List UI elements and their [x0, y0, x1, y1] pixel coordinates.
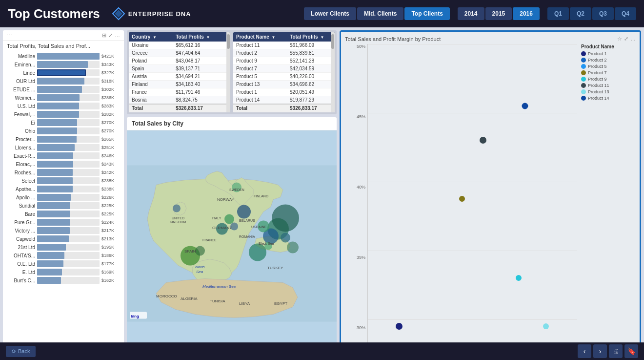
expand-icon[interactable]: ⤢ — [108, 32, 113, 39]
bar-fill — [37, 111, 79, 118]
product-table-scrollbar[interactable] — [331, 32, 335, 112]
year-2016-btn[interactable]: 2016 — [513, 7, 540, 20]
table-row[interactable]: France$11,791.46 — [129, 88, 230, 96]
bar-item[interactable]: Weimei... $286K — [7, 94, 120, 101]
city-bubble — [237, 205, 251, 219]
more-icon-scatter[interactable]: … — [630, 36, 636, 42]
bar-item[interactable]: E. Ltd $169K — [7, 269, 120, 275]
bar-fill — [37, 161, 73, 168]
bar-item[interactable]: ETUDE ... $302K — [7, 86, 120, 93]
scatter-dot[interactable] — [543, 323, 549, 329]
bar-item[interactable]: Apollo ... $226K — [7, 194, 120, 201]
next-page-btn[interactable]: › — [593, 344, 607, 358]
bar-item[interactable]: Exact-R... $246K — [7, 152, 120, 159]
bar-item[interactable]: Burt's C... $162K — [7, 277, 120, 284]
scatter-dot[interactable] — [516, 275, 522, 281]
bar-item[interactable]: Ohio $270K — [7, 127, 120, 134]
top-clients-btn[interactable]: Top Clients — [404, 7, 449, 20]
q3-btn[interactable]: Q3 — [592, 7, 614, 20]
product-profit-cell: $34,696.62 — [287, 81, 335, 88]
bar-item[interactable]: Ei $270K — [7, 119, 120, 126]
bar-item[interactable]: Elorac,... $243K — [7, 161, 120, 168]
bar-fill — [37, 194, 71, 201]
scatter-dot[interactable] — [396, 323, 402, 330]
bookmark-btn[interactable]: 🔖 — [624, 344, 638, 358]
svg-text:Mediterranean Sea: Mediterranean Sea — [202, 284, 236, 289]
table-row[interactable]: Product 1$20,051.49 — [233, 88, 335, 96]
table-row[interactable]: Product 13$34,696.62 — [233, 81, 335, 88]
svg-text:SWEDEN: SWEDEN — [229, 188, 244, 191]
table-row[interactable]: Product 9$52,141.28 — [233, 57, 335, 65]
bar-label: Apothe... — [7, 187, 35, 192]
table-row[interactable]: Product 11$61,966.09 — [233, 42, 335, 49]
bar-track — [37, 136, 100, 143]
legend-label: Product 14 — [588, 96, 609, 101]
bar-item[interactable]: Medline $421K — [7, 53, 120, 60]
legend-label: Product 1 — [588, 51, 607, 56]
scatter-dot[interactable] — [522, 103, 528, 109]
expand-icon-scatter[interactable]: ⤢ — [624, 36, 628, 42]
mid-clients-btn[interactable]: Mid. Clients — [357, 7, 403, 20]
table-row[interactable]: Greece$47,404.64 — [129, 49, 230, 57]
bar-item[interactable]: Roches... $242K — [7, 169, 120, 176]
product-profit-cell: $55,839.81 — [287, 49, 335, 57]
bar-label: ETUDE ... — [7, 87, 35, 92]
table-row[interactable]: Product 5$40,226.00 — [233, 73, 335, 81]
bar-item[interactable]: Eminen... $343K — [7, 61, 120, 68]
bar-item[interactable]: Sundial $225K — [7, 202, 120, 209]
bar-item[interactable]: Victory ... $217K — [7, 227, 120, 234]
print-btn[interactable]: 🖨 — [609, 344, 623, 358]
map-content[interactable]: NORWAY SWEDEN FINLAND UNITEDKINGDOM GERM… — [127, 130, 337, 357]
bar-item[interactable]: Select $238K — [7, 177, 120, 184]
year-2015-btn[interactable]: 2015 — [485, 7, 512, 20]
table-row[interactable]: Finland$34,183.40 — [129, 81, 230, 88]
bar-track — [37, 177, 100, 184]
scatter-plot — [367, 44, 577, 360]
table-row[interactable]: Product 2$55,839.81 — [233, 49, 335, 57]
logo-area: ENTERPRISE DNA — [112, 7, 191, 21]
bar-item[interactable]: OUR Ltd $318K — [7, 78, 120, 85]
bar-item[interactable]: Bare $225K — [7, 211, 120, 217]
bar-item[interactable]: Procter... $265K — [7, 136, 120, 143]
table-row[interactable]: Spain$39,137.71 — [129, 65, 230, 73]
bar-item[interactable]: U.S. Ltd $283K — [7, 103, 120, 109]
back-button[interactable]: ⟳ Back — [6, 346, 36, 357]
table-row[interactable]: Product 14$19,877.29 — [233, 96, 335, 105]
table-row[interactable]: Product 7$42,034.59 — [233, 65, 335, 73]
bar-item[interactable]: Llorens... $251K — [7, 144, 120, 151]
total-label: Total — [129, 104, 173, 112]
more-icon[interactable]: … — [115, 32, 120, 39]
bar-item[interactable]: Fenwal,... $282K — [7, 111, 120, 118]
bar-item[interactable]: Apothe... $238K — [7, 186, 120, 192]
table-row[interactable]: Austria$34,694.21 — [129, 73, 230, 81]
table-row[interactable]: Poland$43,048.17 — [129, 57, 230, 65]
left-panel-header: ⋯ ⊞ ⤢ … — [3, 30, 124, 41]
bar-value: $225K — [101, 212, 120, 216]
profit-cell: $39,137.71 — [173, 65, 230, 73]
city-bubble — [281, 233, 290, 243]
q1-btn[interactable]: Q1 — [547, 7, 569, 20]
bar-item[interactable]: OHTA'S... $186K — [7, 252, 120, 259]
bar-item[interactable]: Linde $327K — [7, 69, 120, 76]
prev-page-btn[interactable]: ‹ — [578, 344, 591, 358]
bar-item[interactable]: 21st Ltd $195K — [7, 244, 120, 251]
q4-btn[interactable]: Q4 — [615, 7, 636, 20]
bar-item[interactable]: O.E. Ltd $177K — [7, 260, 120, 267]
lower-clients-btn[interactable]: Lower Clients — [304, 7, 356, 20]
product-table-wrap: Product Name ▼ Total Profits ▼ Product 1… — [233, 32, 335, 112]
bar-item[interactable]: Pure Gr... $224K — [7, 219, 120, 226]
scatter-dot[interactable] — [459, 196, 465, 202]
country-table-scrollbar[interactable] — [226, 32, 230, 112]
legend-label: Product 5 — [588, 64, 607, 69]
star-icon[interactable]: ☆ — [617, 36, 622, 42]
table-row[interactable]: Ukraine$65,612.16 — [129, 42, 230, 49]
bar-item[interactable]: Capweld $213K — [7, 235, 120, 242]
y-axis-label: 45% — [357, 114, 365, 119]
focus-icon[interactable]: ⊞ — [102, 32, 106, 39]
table-row[interactable]: Bosnia$8,324.75 — [129, 96, 230, 105]
year-2014-btn[interactable]: 2014 — [458, 7, 484, 20]
scatter-dot[interactable] — [480, 137, 486, 144]
q2-btn[interactable]: Q2 — [570, 7, 591, 20]
country-cell: Spain — [129, 65, 173, 73]
profit-cell: $34,694.21 — [173, 73, 230, 81]
